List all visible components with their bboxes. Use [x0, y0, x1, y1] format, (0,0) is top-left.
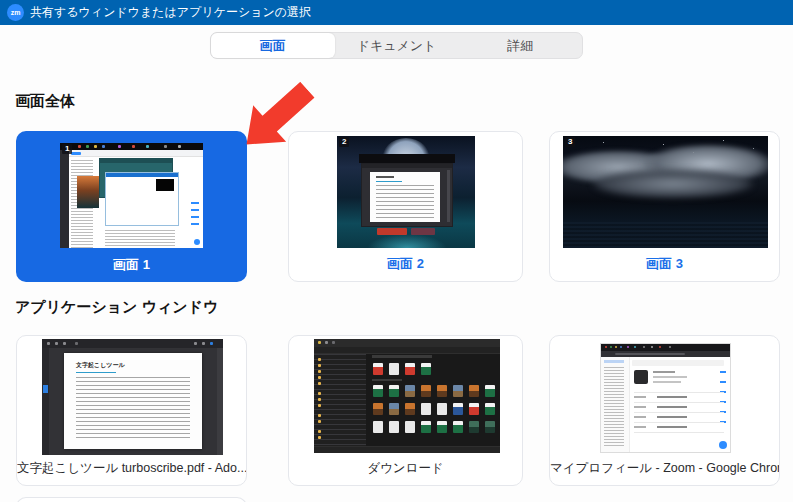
tab-screen[interactable]: 画面 — [211, 33, 335, 58]
chrome-thumbnail — [600, 343, 731, 453]
app-card-label: 文字起こしツール turboscribe.pdf - Ado... — [17, 460, 246, 477]
pdf-page: 文字起こしツール — [64, 353, 202, 449]
black-video-box — [156, 179, 174, 191]
edit-links — [720, 371, 726, 373]
water-glow — [367, 234, 447, 248]
explorer-statusbar — [314, 446, 500, 453]
screen-number-badge: 2 — [339, 137, 349, 147]
pdf-reader-window — [361, 163, 453, 227]
screen2-thumbnail: 2 — [337, 136, 475, 248]
section-title-screens: 画面全体 — [15, 92, 75, 111]
file-icon-row — [370, 383, 498, 399]
screen-card-label: 画面 2 — [289, 255, 522, 273]
tab-advanced[interactable]: 詳細 — [458, 33, 582, 58]
help-button — [719, 441, 727, 449]
tab-document[interactable]: ドキュメント — [335, 33, 459, 58]
file-icon-row — [370, 419, 498, 435]
file-icon-row — [370, 401, 498, 417]
app-card-chrome[interactable]: マイプロフィール - Zoom - Google Chrome — [549, 335, 780, 486]
background-window — [359, 154, 455, 163]
sidebar-active-tool — [43, 385, 48, 393]
screen-card-label: 画面 1 — [16, 256, 247, 274]
photo-thumbnail — [77, 176, 99, 208]
screen-number-badge: 3 — [565, 137, 575, 147]
file-icon-row — [370, 361, 434, 377]
screen3-thumbnail: 3 — [563, 136, 768, 248]
app-card-pdf[interactable]: 文字起こしツール 文字起こしツール turboscribe.pdf - Ado.… — [16, 335, 247, 486]
screen-number-badge: 1 — [62, 144, 72, 154]
screen-card-label: 画面 3 — [550, 255, 779, 273]
screen-card-1[interactable]: 1 — [16, 131, 247, 282]
app-card-downloads[interactable]: ダウンロード — [288, 335, 523, 486]
tab-group: 画面 ドキュメント 詳細 — [210, 32, 583, 59]
partial-card-next-row[interactable] — [16, 497, 247, 502]
acrobat-toolbar — [42, 339, 223, 348]
window-title: 共有するウィンドウまたはアプリケーションの選択 — [30, 0, 311, 25]
section-title-apps: アプリケーション ウィンドウ — [15, 298, 218, 317]
explorer-thumbnail — [314, 339, 500, 453]
zoom-app-icon: zm — [7, 4, 24, 21]
pdf-page-title: 文字起こしツール — [76, 361, 125, 370]
pdf-app-thumbnail: 文字起こしツール — [42, 339, 223, 455]
explorer-sidebar — [314, 354, 366, 446]
profile-avatar — [634, 370, 648, 384]
zoom-nav-sidebar — [601, 357, 630, 452]
ocean — [563, 222, 768, 248]
app-card-label: マイプロフィール - Zoom - Google Chrome — [550, 460, 779, 477]
notice-banner — [632, 360, 724, 366]
browser-page — [69, 150, 203, 248]
dock-sidebar — [60, 150, 69, 248]
desktop-menubar — [60, 143, 203, 150]
screen-card-2[interactable]: 2 画面 2 — [288, 131, 523, 282]
share-selection-dialog: zm 共有するウィンドウまたはアプリケーションの選択 画面 ドキュメント 詳細 … — [0, 0, 793, 502]
explorer-titlebar — [314, 339, 500, 347]
app-card-label: ダウンロード — [289, 460, 522, 477]
white-popup-window — [105, 172, 179, 226]
chrome-tabstrip — [601, 344, 730, 351]
screen-card-3[interactable]: 3 画面 3 — [549, 131, 780, 282]
screen1-thumbnail: 1 — [60, 143, 203, 248]
window-titlebar[interactable]: zm 共有するウィンドウまたはアプリケーションの選択 — [0, 0, 793, 25]
